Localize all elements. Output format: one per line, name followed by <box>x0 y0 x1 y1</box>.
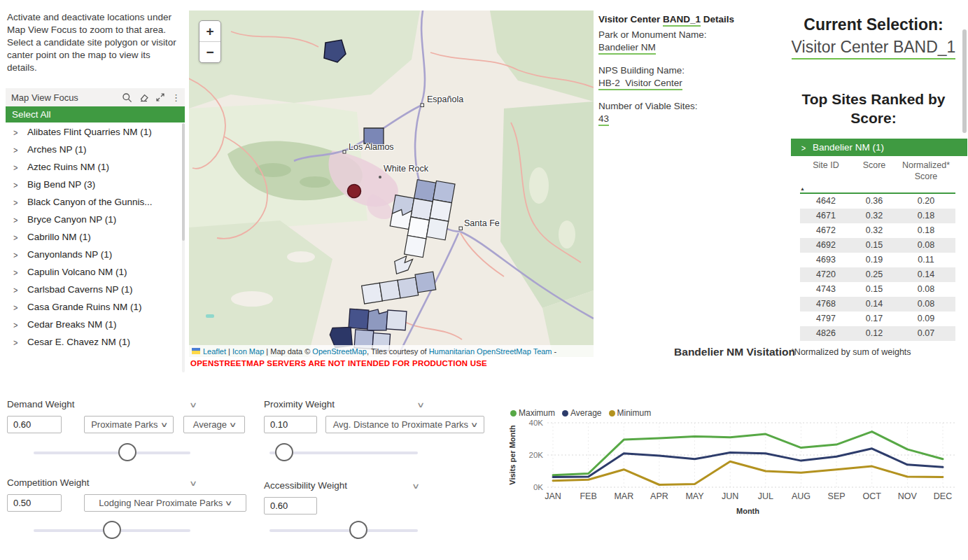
collapse-chevron-icon[interactable]: ∨ <box>412 482 420 491</box>
slider-handle[interactable] <box>103 521 121 539</box>
expand-icon[interactable] <box>155 92 165 102</box>
page-scrollbar-thumb[interactable] <box>962 29 967 133</box>
map-canvas[interactable] <box>189 10 594 357</box>
table-row[interactable]: 47970.170.09 <box>800 312 955 326</box>
visitor-center-marker[interactable] <box>348 185 361 198</box>
competition-metric-dropdown[interactable]: Lodging Near Proximate Parks∨ <box>84 494 246 512</box>
detail-value: 43 <box>598 113 609 126</box>
svg-text:MAY: MAY <box>685 491 704 501</box>
table-row[interactable]: 46920.150.08 <box>800 238 955 253</box>
chevron-right-icon[interactable]: > <box>13 337 23 346</box>
detail-value: Bandelier NM <box>598 42 656 55</box>
table-row[interactable]: 46720.320.18 <box>800 223 955 238</box>
collapse-chevron-icon[interactable]: ∨ <box>189 479 197 488</box>
demand-weight-input[interactable] <box>7 416 62 433</box>
collapse-chevron-icon[interactable]: ∨ <box>416 400 425 410</box>
location-item[interactable]: >Arches NP (1) <box>6 141 181 158</box>
map-panel[interactable]: Española Los Alamos White Rock Santa Fe … <box>189 10 594 357</box>
table-cell: 4797 <box>800 312 852 326</box>
slider-handle[interactable] <box>349 521 367 539</box>
series-minimum[interactable] <box>553 461 943 484</box>
sort-ascending-icon[interactable]: ▲ <box>800 186 805 191</box>
location-item[interactable]: >Cesar E. Chavez NM (1) <box>6 333 181 351</box>
chevron-right-icon[interactable]: > <box>13 179 23 189</box>
map-zoom-out-button[interactable]: − <box>199 42 220 62</box>
location-item[interactable]: >Bandelier NM (1) <box>791 139 967 156</box>
location-item-label: Aztec Ruins NM (1) <box>27 162 109 172</box>
table-row[interactable]: 47200.250.14 <box>800 267 955 282</box>
location-item[interactable]: >Casa Grande Ruins NM (1) <box>6 298 181 316</box>
collapse-chevron-icon[interactable]: ∨ <box>189 400 197 410</box>
chevron-right-icon[interactable]: > <box>13 162 23 172</box>
chevron-right-icon[interactable]: > <box>13 302 23 312</box>
proximity-weight-slider[interactable] <box>269 451 418 454</box>
slider-handle[interactable] <box>118 443 136 461</box>
legend-item[interactable]: Average <box>562 408 601 418</box>
column-header-normalized-score[interactable]: Normalized* Score <box>897 160 955 183</box>
chevron-right-icon[interactable]: > <box>13 144 23 154</box>
slider-handle[interactable] <box>275 443 293 461</box>
chevron-right-icon[interactable]: > <box>13 197 23 206</box>
demand-aggregation-dropdown[interactable]: Average∨ <box>183 416 245 433</box>
chevron-right-icon[interactable]: > <box>13 127 23 136</box>
details-title: Visitor Center BAND_1 Details <box>598 14 759 24</box>
attribution-link[interactable]: Leaflet <box>203 347 226 356</box>
select-all-row[interactable]: Select All <box>6 106 185 122</box>
table-cell: 0.12 <box>852 326 897 341</box>
table-row[interactable]: 46710.320.18 <box>800 209 955 223</box>
legend-item[interactable]: Minimum <box>609 408 652 418</box>
chevron-right-icon[interactable]: > <box>13 249 23 259</box>
chevron-right-icon[interactable]: > <box>13 284 23 294</box>
location-item[interactable]: >Big Bend NP (3) <box>6 176 181 193</box>
search-icon[interactable] <box>122 92 132 103</box>
eraser-icon[interactable] <box>139 92 149 103</box>
location-item[interactable]: >Capulin Volcano NM (1) <box>6 263 181 281</box>
chevron-right-icon[interactable]: > <box>13 319 23 329</box>
accessibility-weight-input[interactable] <box>264 497 317 514</box>
proximity-weight-input[interactable] <box>264 416 317 433</box>
chevron-right-icon[interactable]: > <box>799 142 808 152</box>
map-zoom-in-button[interactable]: + <box>199 21 220 42</box>
location-item[interactable]: >Black Canyon of the Gunnis... <box>6 193 181 211</box>
location-item[interactable]: >Aztec Ruins NM (1) <box>6 158 181 176</box>
location-item-label: Cabrillo NM (1) <box>27 232 91 242</box>
list-scrollbar[interactable] <box>182 123 185 372</box>
table-cell: 4692 <box>800 238 852 253</box>
table-row[interactable]: 48260.120.07 <box>800 326 955 341</box>
accessibility-weight-slider[interactable] <box>269 529 418 532</box>
location-item[interactable]: >Bryce Canyon NP (1) <box>6 211 181 228</box>
table-row[interactable]: 47430.150.08 <box>800 282 955 297</box>
table-cell: 4826 <box>800 326 852 341</box>
location-item[interactable]: >Cabrillo NM (1) <box>6 228 181 246</box>
table-header[interactable]: Site ID Score Normalized* Score ▲ <box>800 160 955 194</box>
legend-item[interactable]: Maximum <box>510 408 555 418</box>
demand-metric-dropdown[interactable]: Proximate Parks∨ <box>84 416 174 433</box>
location-item[interactable]: >Carlsbad Caverns NP (1) <box>6 281 181 298</box>
chevron-right-icon[interactable]: > <box>13 232 23 241</box>
chevron-right-icon[interactable]: > <box>13 214 23 224</box>
table-row[interactable]: 46930.190.11 <box>800 253 955 267</box>
attribution-link[interactable]: Icon Map <box>232 347 264 356</box>
location-item[interactable]: >Alibates Flint Quarries NM (1) <box>6 123 181 141</box>
competition-weight-slider[interactable] <box>34 529 190 532</box>
attribution-link[interactable]: OpenStreetMap <box>312 347 367 356</box>
location-item-label: Black Canyon of the Gunnis... <box>27 197 153 207</box>
detail-label: NPS Building Name: <box>598 65 759 76</box>
location-item-label: Cesar E. Chavez NM (1) <box>27 337 130 347</box>
more-options-icon[interactable]: ⋮ <box>171 93 181 102</box>
table-cell: 4743 <box>800 282 852 297</box>
top-sites-table: Site ID Score Normalized* Score ▲ 46420.… <box>800 160 955 341</box>
visitation-line-chart[interactable]: 0K20K40KJANFEBMARAPRMAYJUNJULAUGSEPOCTNO… <box>505 417 966 522</box>
table-row[interactable]: 47680.140.08 <box>800 297 955 312</box>
demand-weight-slider[interactable] <box>34 451 190 454</box>
proximity-metric-dropdown[interactable]: Avg. Distance to Proximate Parks∨ <box>325 416 484 433</box>
column-header-score[interactable]: Score <box>852 160 897 183</box>
table-cell: 0.20 <box>897 194 955 209</box>
location-item[interactable]: >Canyonlands NP (1) <box>6 246 181 263</box>
list-scrollbar-thumb[interactable] <box>182 123 185 241</box>
column-header-site-id[interactable]: Site ID <box>800 160 852 183</box>
location-item[interactable]: >Cedar Breaks NM (1) <box>6 316 181 333</box>
chevron-right-icon[interactable]: > <box>13 267 23 276</box>
competition-weight-input[interactable] <box>7 494 62 512</box>
table-row[interactable]: 46420.360.20 <box>800 194 955 209</box>
